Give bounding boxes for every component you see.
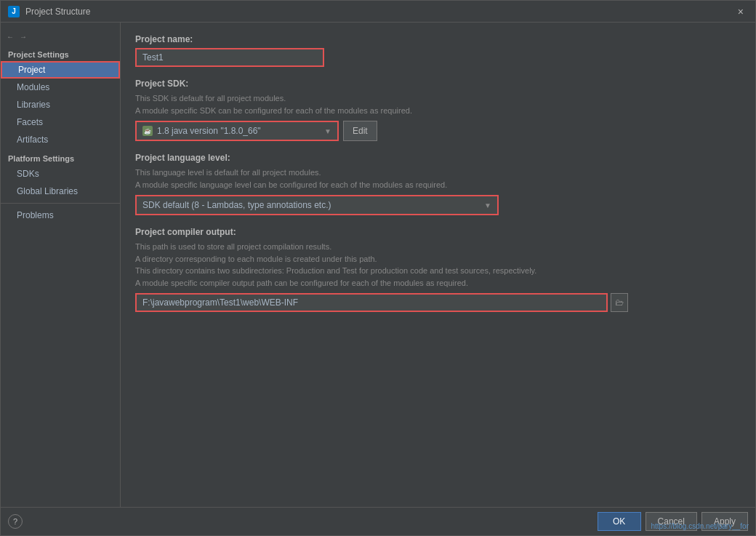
compiler-output-row: 🗁 [135,293,741,312]
sidebar-item-libraries[interactable]: Libraries [1,96,120,113]
bottom-left: ? [8,514,23,529]
compiler-output-label: Project compiler output: [135,227,741,237]
compiler-output-group: Project compiler output: This path is us… [135,227,741,312]
help-button[interactable]: ? [8,514,23,529]
main-panel: Project name: Project SDK: This SDK is d… [121,23,755,507]
back-arrow[interactable]: ← [5,33,15,41]
sidebar-item-sdks[interactable]: SDKs [1,165,120,183]
language-level-value: SDK default (8 - Lambdas, type annotatio… [142,200,331,210]
project-sdk-desc1: This SDK is default for all project modu… [135,92,741,116]
title-bar: J Project Structure × [1,1,755,23]
sidebar-item-problems[interactable]: Problems [1,207,120,224]
sidebar: ← → Project Settings Project Modules Lib… [1,23,121,507]
edit-sdk-button[interactable]: Edit [343,121,377,141]
project-sdk-group: Project SDK: This SDK is default for all… [135,79,741,141]
bottom-bar: ? OK Cancel Apply [1,507,755,535]
project-settings-label: Project Settings [1,44,120,61]
nav-row: ← → [1,28,120,44]
sdk-value: 1.8 java version "1.8.0_66" [157,126,261,136]
language-level-dropdown[interactable]: SDK default (8 - Lambdas, type annotatio… [135,195,499,215]
forward-arrow[interactable]: → [18,33,28,41]
project-language-level-group: Project language level: This language le… [135,153,741,215]
dialog-title: Project Structure [25,7,90,17]
project-structure-dialog: J Project Structure × ← → Project Settin… [0,0,756,536]
sdk-dropdown-arrow: ▼ [324,127,331,135]
project-sdk-label: Project SDK: [135,79,741,89]
sidebar-item-project[interactable]: Project [1,61,120,79]
compiler-output-desc: This path is used to store all project c… [135,241,741,289]
app-icon: J [8,6,20,17]
language-dropdown-arrow: ▼ [484,201,491,209]
project-name-input[interactable] [135,48,324,67]
project-name-label: Project name: [135,34,741,44]
sidebar-item-global-libraries[interactable]: Global Libraries [1,183,120,200]
sdk-dropdown[interactable]: ☕ 1.8 java version "1.8.0_66" ▼ [135,121,339,141]
folder-browse-button[interactable]: 🗁 [611,293,628,312]
sidebar-item-facets[interactable]: Facets [1,113,120,131]
watermark: https://blog.csdn.net/pary__for [651,522,749,530]
project-name-group: Project name: [135,34,741,67]
sdk-java-icon: ☕ [142,126,153,136]
platform-settings-label: Platform Settings [1,148,120,165]
sdk-row: ☕ 1.8 java version "1.8.0_66" ▼ Edit [135,121,741,141]
content-area: ← → Project Settings Project Modules Lib… [1,23,755,507]
title-bar-left: J Project Structure [8,6,90,17]
project-language-desc: This language level is default for all p… [135,167,741,191]
sidebar-item-artifacts[interactable]: Artifacts [1,131,120,148]
close-button[interactable]: × [733,5,748,18]
sdk-dropdown-inner: ☕ 1.8 java version "1.8.0_66" [142,126,261,136]
sidebar-item-modules[interactable]: Modules [1,79,120,96]
project-language-label: Project language level: [135,153,741,163]
ok-button[interactable]: OK [598,512,641,531]
compiler-output-input[interactable] [135,293,608,312]
